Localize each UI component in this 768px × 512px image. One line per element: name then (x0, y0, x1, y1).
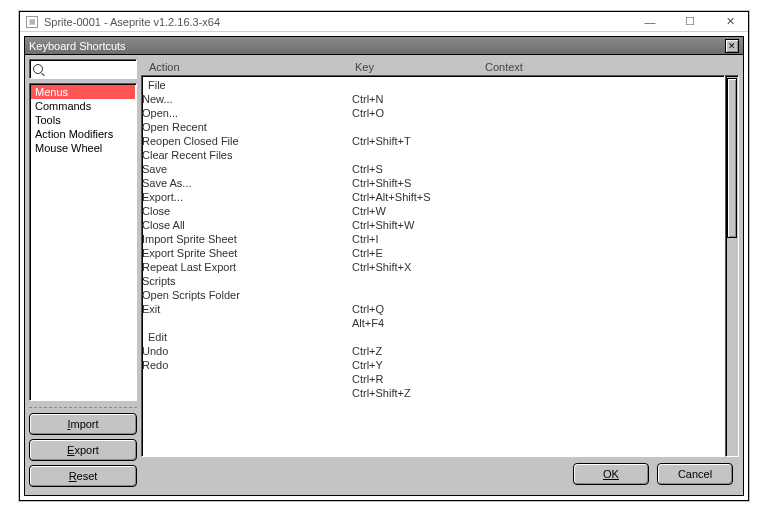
app-icon: ▦ (26, 16, 38, 28)
key-label: Ctrl+N (352, 93, 502, 105)
key-label: Ctrl+Shift+T (352, 135, 502, 147)
category-item[interactable]: Commands (31, 99, 135, 113)
shortcut-row[interactable]: Clear Recent Files (142, 148, 724, 162)
key-label: Ctrl+S (352, 163, 502, 175)
shortcut-row[interactable]: Save As...Ctrl+Shift+S (142, 176, 724, 190)
key-label: Ctrl+Y (352, 359, 502, 371)
dialog-footer: OK Cancel (141, 457, 739, 491)
shortcut-row[interactable]: UndoCtrl+Z (142, 344, 724, 358)
key-label: Ctrl+Shift+Z (352, 387, 502, 399)
action-list-wrap: FileNew...Ctrl+NOpen...Ctrl+OOpen Recent… (141, 75, 739, 457)
dialog-close-button[interactable]: ✕ (725, 39, 739, 53)
action-label: Redo (142, 359, 352, 371)
close-button[interactable]: ✕ (718, 15, 742, 29)
shortcut-row[interactable]: Open Recent (142, 120, 724, 134)
list-header: Action Key Context (141, 59, 739, 75)
reset-button[interactable]: Reset (29, 465, 137, 487)
key-label: Ctrl+R (352, 373, 502, 385)
action-label: Save As... (142, 177, 352, 189)
window-title: Sprite-0001 - Aseprite v1.2.16.3-x64 (44, 16, 638, 28)
shortcut-row[interactable]: Reopen Closed FileCtrl+Shift+T (142, 134, 724, 148)
minimize-button[interactable]: — (638, 15, 662, 29)
action-label: Save (142, 163, 352, 175)
key-label: Ctrl+Shift+W (352, 219, 502, 231)
search-field[interactable] (29, 59, 137, 79)
shortcut-row[interactable]: Repeat Last ExportCtrl+Shift+X (142, 260, 724, 274)
action-label (142, 317, 352, 329)
dialog-title: Keyboard Shortcuts (29, 40, 725, 52)
key-label: Alt+F4 (352, 317, 502, 329)
col-action-header: Action (145, 61, 355, 73)
category-item[interactable]: Mouse Wheel (31, 141, 135, 155)
shortcut-row[interactable]: Export...Ctrl+Alt+Shift+S (142, 190, 724, 204)
left-column: MenusCommandsToolsAction ModifiersMouse … (29, 59, 137, 491)
action-label: Scripts (142, 275, 352, 287)
action-label: Repeat Last Export (142, 261, 352, 273)
category-item[interactable]: Tools (31, 113, 135, 127)
shortcut-row[interactable]: Alt+F4 (142, 316, 724, 330)
section-header: Edit (142, 330, 724, 344)
maximize-button[interactable]: ☐ (678, 15, 702, 29)
action-label: Import Sprite Sheet (142, 233, 352, 245)
dialog-frame: Keyboard Shortcuts ✕ MenusCommandsToolsA… (24, 36, 744, 496)
shortcut-row[interactable]: Ctrl+R (142, 372, 724, 386)
dialog-body: MenusCommandsToolsAction ModifiersMouse … (25, 55, 743, 495)
action-label: Export... (142, 191, 352, 203)
export-button[interactable]: Export (29, 439, 137, 461)
ok-button[interactable]: OK (573, 463, 649, 485)
action-label (142, 387, 352, 399)
key-label: Ctrl+E (352, 247, 502, 259)
key-label: Ctrl+O (352, 107, 502, 119)
shortcut-row[interactable]: New...Ctrl+N (142, 92, 724, 106)
key-label: Ctrl+Shift+S (352, 177, 502, 189)
window-controls: — ☐ ✕ (638, 15, 742, 29)
shortcut-row[interactable]: Import Sprite SheetCtrl+I (142, 232, 724, 246)
divider (29, 407, 137, 409)
scrollbar-thumb[interactable] (727, 78, 737, 238)
action-label: Undo (142, 345, 352, 357)
shortcut-row[interactable]: Open...Ctrl+O (142, 106, 724, 120)
action-list: FileNew...Ctrl+NOpen...Ctrl+OOpen Recent… (141, 75, 725, 457)
action-label: New... (142, 93, 352, 105)
action-label: Reopen Closed File (142, 135, 352, 147)
action-label: Open Recent (142, 121, 352, 133)
shortcut-row[interactable]: RedoCtrl+Y (142, 358, 724, 372)
shortcut-row[interactable]: Close AllCtrl+Shift+W (142, 218, 724, 232)
action-label: Clear Recent Files (142, 149, 352, 161)
category-item[interactable]: Action Modifiers (31, 127, 135, 141)
section-header: File (142, 78, 724, 92)
search-icon (33, 64, 43, 74)
shortcut-row[interactable]: Open Scripts Folder (142, 288, 724, 302)
key-label: Ctrl+Shift+X (352, 261, 502, 273)
action-label (142, 373, 352, 385)
key-label (352, 289, 502, 301)
action-label: Open Scripts Folder (142, 289, 352, 301)
vertical-scrollbar[interactable] (725, 75, 739, 457)
shortcut-row[interactable]: CloseCtrl+W (142, 204, 724, 218)
col-key-header: Key (355, 61, 485, 73)
dialog-titlebar: Keyboard Shortcuts ✕ (25, 37, 743, 55)
col-context-header: Context (485, 61, 739, 73)
action-label: Open... (142, 107, 352, 119)
os-titlebar: ▦ Sprite-0001 - Aseprite v1.2.16.3-x64 —… (20, 12, 748, 32)
import-button[interactable]: Import (29, 413, 137, 435)
key-label: Ctrl+Q (352, 303, 502, 315)
shortcut-row[interactable]: Scripts (142, 274, 724, 288)
shortcut-row[interactable]: SaveCtrl+S (142, 162, 724, 176)
cancel-button[interactable]: Cancel (657, 463, 733, 485)
key-label: Ctrl+W (352, 205, 502, 217)
action-label: Exit (142, 303, 352, 315)
action-label: Close (142, 205, 352, 217)
key-label: Ctrl+Z (352, 345, 502, 357)
key-label: Ctrl+Alt+Shift+S (352, 191, 502, 203)
key-label (352, 121, 502, 133)
key-label: Ctrl+I (352, 233, 502, 245)
shortcut-row[interactable]: Ctrl+Shift+Z (142, 386, 724, 400)
app-window: ▦ Sprite-0001 - Aseprite v1.2.16.3-x64 —… (19, 11, 749, 501)
shortcut-row[interactable]: ExitCtrl+Q (142, 302, 724, 316)
key-label (352, 275, 502, 287)
category-item[interactable]: Menus (31, 85, 135, 99)
action-label: Export Sprite Sheet (142, 247, 352, 259)
shortcut-row[interactable]: Export Sprite SheetCtrl+E (142, 246, 724, 260)
category-list: MenusCommandsToolsAction ModifiersMouse … (29, 83, 137, 401)
